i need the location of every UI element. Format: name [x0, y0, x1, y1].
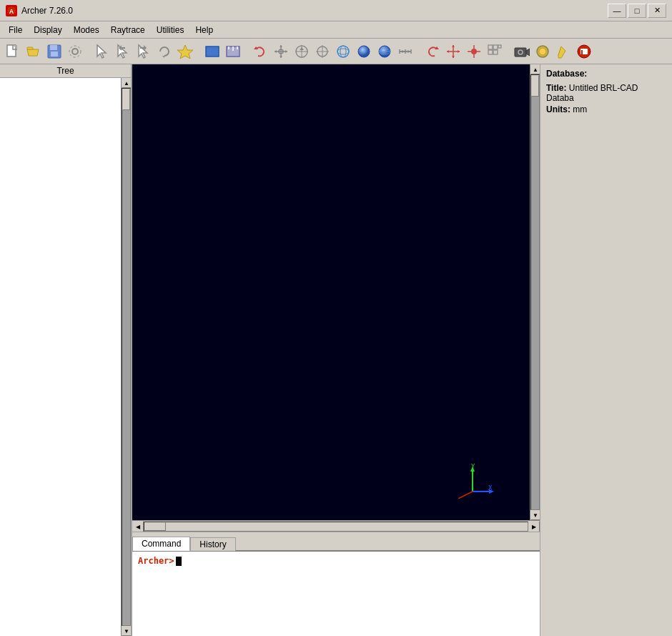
command-prompt-line: Archer> [138, 556, 534, 566]
svg-line-82 [458, 491, 473, 499]
svg-marker-57 [458, 50, 460, 53]
tree-scroll-thumb[interactable] [122, 89, 130, 110]
viewport-scroll-track-v[interactable] [530, 74, 540, 510]
toolbar-separator-2 [197, 42, 200, 61]
svg-text:X: X [488, 484, 493, 491]
viewport-scroll-thumb-h[interactable] [144, 522, 166, 531]
sphere-globe-button[interactable] [375, 41, 395, 62]
app-icon: A [6, 5, 17, 16]
svg-point-41 [358, 46, 370, 57]
database-title-label: Title: [546, 83, 566, 93]
svg-rect-8 [51, 52, 58, 57]
svg-marker-69 [526, 49, 530, 56]
new-button[interactable] [3, 41, 23, 62]
axis-indicator: X Y [451, 463, 494, 499]
sphere-wire-button[interactable] [333, 41, 353, 62]
move-button[interactable] [271, 41, 291, 62]
svg-marker-56 [447, 50, 449, 53]
tree-scroll-down[interactable]: ▼ [122, 626, 131, 636]
ruler-button[interactable] [395, 41, 415, 62]
svg-rect-2 [7, 45, 16, 57]
open-button[interactable] [24, 41, 44, 62]
viewport-scroll-up[interactable]: ▲ [530, 64, 540, 74]
tree-scroll-up[interactable]: ▲ [122, 78, 131, 88]
toolbar [0, 39, 672, 64]
crosshair-move-button[interactable] [443, 41, 463, 62]
svg-rect-7 [50, 45, 57, 50]
svg-marker-28 [280, 56, 282, 58]
svg-marker-55 [452, 56, 455, 58]
tree-panel: Tree ▲ ▼ [0, 64, 132, 636]
wizard-button[interactable] [175, 41, 195, 62]
svg-rect-66 [493, 50, 498, 54]
command-prompt: Archer> [138, 556, 174, 566]
command-area: Archer> [132, 550, 540, 636]
svg-marker-54 [452, 45, 455, 47]
forward-button[interactable] [134, 41, 154, 62]
menu-raytrace[interactable]: Raytrace [105, 24, 151, 36]
select-button[interactable] [92, 41, 112, 62]
redo-button[interactable] [423, 41, 443, 62]
rotate-button[interactable] [154, 41, 174, 62]
grid-button[interactable] [485, 41, 505, 62]
settings-button[interactable] [65, 41, 85, 62]
svg-point-9 [72, 49, 78, 54]
svg-marker-12 [118, 45, 127, 58]
menu-modes[interactable]: Modes [68, 24, 105, 36]
svg-rect-18 [206, 47, 219, 57]
menu-help[interactable]: Help [189, 24, 219, 36]
viewport-scroll-down[interactable]: ▼ [530, 510, 540, 520]
menu-display[interactable]: Display [28, 24, 67, 36]
rect-button[interactable] [202, 41, 222, 62]
svg-marker-29 [275, 50, 277, 53]
bottom-tabs: Command History [132, 532, 540, 550]
center-button[interactable] [464, 41, 484, 62]
viewport-scroll-thumb-v[interactable] [531, 75, 539, 97]
sphere-solid-button[interactable] [354, 41, 374, 62]
circle-button[interactable] [533, 41, 553, 62]
crosshair-button[interactable] [312, 41, 332, 62]
undo-button[interactable] [250, 41, 270, 62]
viewport-scrollbar-v[interactable]: ▲ ▼ [530, 64, 540, 520]
viewport-scroll-right[interactable]: ▶ [528, 521, 540, 532]
back-button[interactable] [113, 41, 133, 62]
viewport-scrollbar-h-row: ◀ ▶ [132, 520, 540, 532]
stop-button[interactable] [574, 41, 594, 62]
up-button[interactable] [292, 41, 312, 62]
maximize-button[interactable]: □ [628, 4, 646, 18]
svg-marker-74 [558, 47, 565, 58]
camera-button[interactable] [512, 41, 532, 62]
viewport-scroll-track-h[interactable] [144, 522, 528, 532]
svg-marker-14 [139, 45, 147, 58]
svg-marker-30 [285, 50, 287, 53]
tab-command[interactable]: Command [132, 537, 190, 551]
tree-content[interactable] [0, 78, 121, 636]
toolbar-separator-3 [245, 42, 248, 61]
pencil-button[interactable] [553, 41, 573, 62]
svg-point-72 [540, 49, 545, 54]
svg-point-40 [340, 46, 346, 57]
svg-marker-34 [300, 47, 304, 50]
database-units-label: Units: [546, 104, 570, 114]
save-button[interactable] [44, 41, 64, 62]
menu-utilities[interactable]: Utilities [151, 24, 190, 36]
tree-scrollbar-v[interactable]: ▲ ▼ [121, 78, 131, 636]
toolbar-separator-5 [507, 42, 510, 61]
svg-rect-64 [493, 45, 498, 49]
viewport[interactable]: X Y [132, 64, 530, 520]
tab-history[interactable]: History [190, 537, 235, 551]
tree-scroll-track[interactable] [122, 88, 131, 626]
menu-file[interactable]: File [3, 24, 28, 36]
close-button[interactable]: ✕ [648, 4, 666, 18]
svg-point-39 [337, 49, 349, 54]
title-left: A Archer 7.26.0 [6, 5, 73, 16]
title-bar: A Archer 7.26.0 — □ ✕ [0, 0, 672, 21]
minimize-button[interactable]: — [608, 4, 626, 18]
viewport-scroll-left[interactable]: ◀ [132, 521, 144, 532]
measure-button[interactable] [223, 41, 243, 62]
svg-rect-5 [27, 47, 33, 49]
window-controls: — □ ✕ [608, 4, 666, 18]
main-area: Tree ▲ ▼ [0, 64, 672, 636]
svg-marker-17 [177, 45, 193, 59]
command-cursor[interactable] [176, 557, 182, 566]
